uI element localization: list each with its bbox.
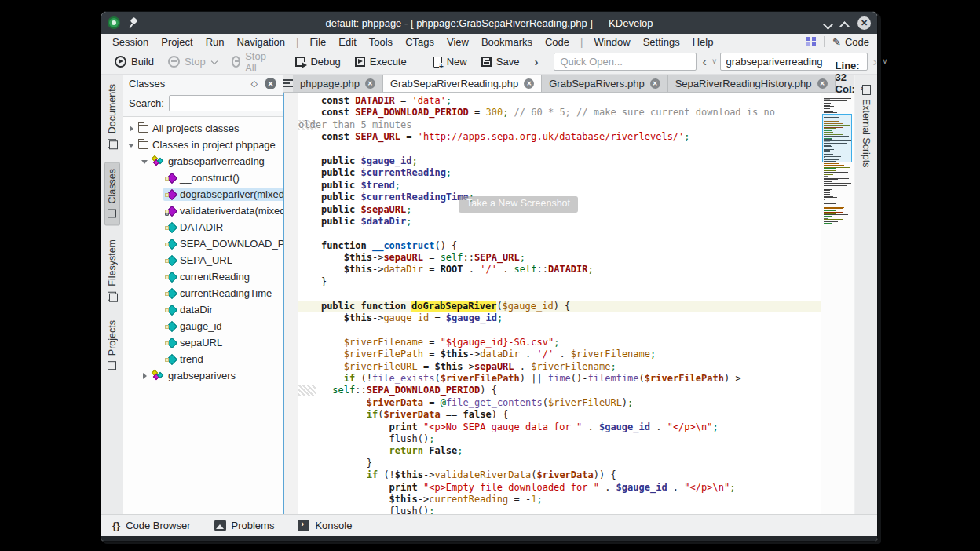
tree-item-currentreading[interactable]: currentReading [122,268,283,285]
execute-button[interactable]: Execute [349,53,412,70]
detach-panel-icon[interactable]: ◇ [251,78,258,89]
stop-all-icon [232,56,241,68]
tree-item-sepaurl[interactable]: sepaURL [122,334,283,351]
menu-window[interactable]: Window [587,36,636,48]
expander-icon[interactable] [127,124,137,133]
expander-spacer [154,272,163,282]
history-back-dropdown-icon[interactable]: ˅ [712,57,717,66]
code-line: if (!$this->validateRiverData($riverData… [298,469,821,481]
editor-tab-grabseparivers.php[interactable]: GrabSepaRivers.php✕ [542,75,667,92]
tree-item-label: SEPA_URL [180,254,232,266]
minimize-button[interactable] [825,20,832,27]
menu-navigation[interactable]: Navigation [231,36,291,48]
tree-item-datadir[interactable]: DATADIR [122,219,283,235]
fold-margin[interactable] [284,93,298,515]
menu-separator: | [576,36,587,48]
close-tab-icon[interactable]: ✕ [817,78,828,89]
right-dock-strip: External Scripts [855,75,877,517]
menu-ctags[interactable]: CTags [399,36,441,48]
kdevelop-logo-icon [108,16,120,29]
close-tab-icon[interactable]: ✕ [524,78,534,89]
menu-view[interactable]: View [441,36,475,48]
tree-item-validateriverdata-mixed-[interactable]: validateriverdata(mixed) [122,203,283,219]
titlebar[interactable]: default: phppage - [ phppage:GrabSepaRiv… [101,12,877,34]
tree-item-all-projects-classes[interactable]: All projects classes [122,120,283,137]
expander-icon[interactable] [141,371,150,381]
tree-item-datadir[interactable]: dataDir [122,301,283,318]
menu-edit[interactable]: Edit [332,36,362,48]
menu-settings[interactable]: Settings [637,36,686,48]
code-line: $this->gauge_id = $gauge_id; [298,312,821,324]
stop-all-button[interactable]: Stop All [226,48,275,76]
class-icon [152,156,164,166]
dock-tab-documents[interactable]: Documents [105,78,119,155]
tree-item-label: dataDir [180,304,213,316]
tree-item-gauge-id[interactable]: gauge_id [122,318,283,334]
tree-item-dograbsepariver-mixed-[interactable]: dograbsepariver(mixed) [122,186,283,203]
tree-item-sepa-download-period[interactable]: SEPA_DOWNLOAD_PERIOD [122,235,283,252]
code-editor[interactable]: const DATADIR = 'data'; const SEPA_DOWNL… [283,93,854,516]
close-tab-icon[interactable]: ✕ [365,78,375,89]
tree-item-sepa-url[interactable]: SEPA_URL [122,252,283,268]
menu-run[interactable]: Run [199,36,231,48]
editor-tab-grabsepariverreading.php[interactable]: GrabSepaRiverReading.php✕ [383,75,542,92]
tree-item-grabseparivers[interactable]: grabseparivers [122,367,283,384]
tree-item--construct-[interactable]: __construct() [122,170,283,186]
tree-item-grabsepariverreading[interactable]: grabsepariverreading [122,153,283,170]
document-list-icon [283,79,293,87]
menubar-separator [824,36,825,47]
menu-file[interactable]: File [303,36,332,48]
tree-item-classes-in-project-phppage[interactable]: Classes in project phppage [122,137,283,153]
expander-spacer [154,206,163,216]
debug-button[interactable]: Debug [290,53,346,70]
external-scripts-icon [862,85,871,95]
dock-tab-classes[interactable]: Classes [104,162,120,225]
history-back-button[interactable]: ‹ [700,55,708,69]
editor-tab-separiverreadinghistory.php[interactable]: SepaRiverReadingHistory.php✕ [668,75,836,92]
area-grid-icon[interactable] [806,37,816,46]
close-tab-icon[interactable]: ✕ [650,78,660,89]
menu-separator: | [291,36,303,48]
maximize-button[interactable] [841,20,848,27]
pin-icon[interactable] [128,17,139,28]
dock-tab-projects[interactable]: Projects [105,314,119,377]
close-button[interactable]: ✕ [858,16,871,30]
expander-icon[interactable] [141,157,150,166]
build-button[interactable]: Build [109,53,159,70]
menu-help[interactable]: Help [686,36,720,48]
menu-bookmarks[interactable]: Bookmarks [475,36,539,48]
menu-code[interactable]: Code [539,36,576,48]
quick-open-input[interactable] [554,53,697,71]
debug-icon [295,57,305,67]
minimap-scrollbar[interactable] [821,93,854,515]
tree-item-trend[interactable]: trend [122,351,283,367]
code-line: $riverFilename = "${gauge_id}-SG.csv"; [298,337,821,348]
tree-item-label: grabsepariverreading [168,155,265,167]
wrap-indicator [298,385,316,396]
stop-button[interactable]: Stop [163,53,223,70]
document-list-button[interactable] [283,75,293,92]
menu-session[interactable]: Session [106,36,155,48]
bottom-tab-code-browser[interactable]: {}Code Browser [112,520,191,531]
dock-tab-filesystem[interactable]: Filesystem [105,233,119,308]
history-forward-button[interactable]: › [871,55,879,69]
area-switcher-code[interactable]: ✎ Code [832,36,869,48]
bottom-tab-konsole[interactable]: Konsole [298,520,352,531]
code-line: $riverData = @file_get_contents($riverFi… [298,397,821,409]
toolbar-overflow-button[interactable]: › [528,55,544,68]
tree-item-label: validateriverdata(mixed) [180,205,283,217]
expander-spacer [154,190,163,199]
menu-project[interactable]: Project [155,36,199,48]
save-button[interactable]: Save [476,53,525,70]
close-panel-icon[interactable]: ✕ [265,78,276,89]
history-forward-dropdown-icon[interactable]: ˅ [883,57,887,66]
tree-item-currentreadingtime[interactable]: currentReadingTime [122,285,283,301]
menu-tools[interactable]: Tools [363,36,399,48]
new-button[interactable]: New [428,53,473,70]
bottom-tab-problems[interactable]: Problems [214,520,275,531]
editor-tab-phppage.php[interactable]: phppage.php✕ [293,75,383,92]
expander-spacer [154,289,163,298]
expander-icon[interactable] [127,140,137,150]
minimap-viewport[interactable] [822,114,852,162]
stop-dropdown-icon[interactable] [212,59,218,64]
